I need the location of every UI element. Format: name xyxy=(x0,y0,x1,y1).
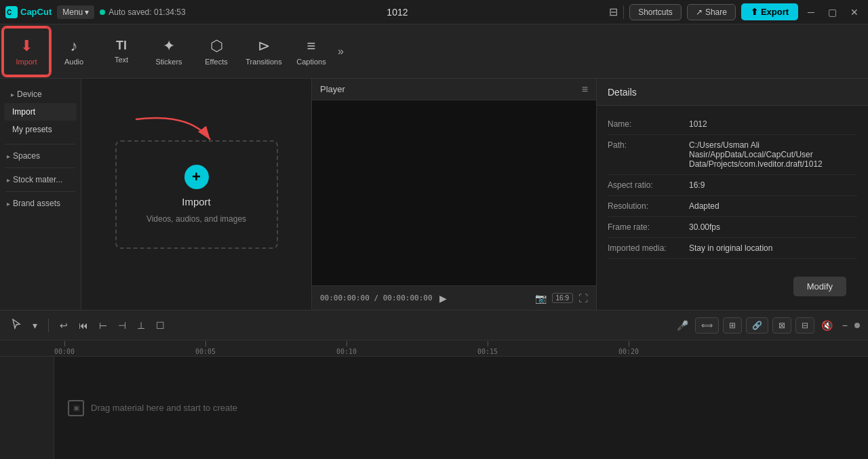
app-logo: C CapCut xyxy=(5,6,52,18)
tl-mute-button[interactable]: 🔇 xyxy=(818,317,835,334)
topbar-right-actions: ⊟ Shortcuts ↗ Share ⬆ Export ─ ▢ ✕ xyxy=(609,3,863,20)
select-dropdown-button[interactable]: ▾ xyxy=(30,317,40,334)
maximize-button[interactable]: ▢ xyxy=(824,5,841,19)
import-label: Import xyxy=(182,196,211,207)
menu-button[interactable]: Menu ▾ xyxy=(57,5,94,19)
stickers-icon: ✦ xyxy=(163,37,175,55)
play-button[interactable]: ▶ xyxy=(439,293,447,304)
share-icon: ↗ xyxy=(696,7,703,17)
tl-minus-button[interactable]: − xyxy=(840,317,850,334)
split-button[interactable]: ⊥ xyxy=(134,317,148,334)
sidebar-sub-import[interactable]: Import xyxy=(4,103,77,121)
toolbar-item-captions[interactable]: ≡ Captions xyxy=(288,27,335,76)
project-title: 1012 xyxy=(191,7,604,18)
toolbar-item-stickers[interactable]: ✦ Stickers xyxy=(145,27,193,76)
sidebar-item-device[interactable]: ▸ Device xyxy=(4,85,77,103)
toolbar-more-button[interactable]: » xyxy=(335,43,347,60)
media-area: + Import Videos, audios, and images xyxy=(81,79,311,310)
delete-button[interactable]: ☐ xyxy=(153,317,167,334)
topbar: C CapCut Menu ▾ Auto saved: 01:34:53 101… xyxy=(0,0,868,24)
detail-row-aspect: Aspect ratio: 16:9 xyxy=(608,175,857,196)
details-panel: Details Name: 1012 Path: C:/Users/Usman … xyxy=(597,79,868,310)
sidebar-item-spaces[interactable]: ▸ Spaces xyxy=(0,147,81,165)
toolbar-item-transitions[interactable]: ⊳ Transitions xyxy=(240,27,288,76)
arrow-indicator xyxy=(136,113,217,153)
detail-row-name: Name: 1012 xyxy=(608,114,857,135)
player-menu-icon[interactable]: ≡ xyxy=(582,83,588,96)
minimize-button[interactable]: ─ xyxy=(804,5,818,19)
divider-1 xyxy=(5,144,75,144)
import-drop-zone[interactable]: + Import Videos, audios, and images xyxy=(115,140,278,249)
toolbar-item-audio[interactable]: ♪ Audio xyxy=(50,27,98,76)
details-footer: Modify xyxy=(597,263,868,310)
track-labels xyxy=(0,357,54,459)
player-controls: 00:00:00:00 / 00:00:00:00 ▶ 📷 16:9 ⛶ xyxy=(312,285,596,310)
chevron-icon-spaces: ▸ xyxy=(7,153,10,160)
fullscreen-icon[interactable]: ⛶ xyxy=(578,293,588,304)
autosave-indicator: Auto saved: 01:34:53 xyxy=(100,7,185,17)
select-tool-button[interactable] xyxy=(8,316,24,334)
tl-tool-2[interactable]: ⊞ xyxy=(723,317,742,334)
tl-zoom-dot[interactable] xyxy=(854,323,860,328)
main-area: ▸ Device Import My presets ▸ Spaces ▸ St… xyxy=(0,79,868,310)
shortcuts-button[interactable]: Shortcuts xyxy=(629,4,682,20)
export-button[interactable]: ⬆ Export xyxy=(741,3,798,20)
player-viewport xyxy=(312,100,596,285)
details-content: Name: 1012 Path: C:/Users/Usman Ali Nasi… xyxy=(597,106,868,263)
export-icon: ⬆ xyxy=(751,7,758,17)
drag-hint: ▣ Drag material here and start to create xyxy=(68,400,237,416)
toolbar-item-import[interactable]: ⬇ Import xyxy=(3,27,50,76)
timeline-section: ▾ ↩ ⏮ ⊢ ⊣ ⊥ ☐ 🎤 ⟺ ⊞ 🔗 ⊠ ⊟ 🔇 − 00:00 00:0… xyxy=(0,310,868,459)
import-sublabel: Videos, audios, and images xyxy=(146,214,246,224)
import-icon: ⬇ xyxy=(20,37,33,55)
detail-row-framerate: Frame rate: 30.00fps xyxy=(608,217,857,238)
player-title: Player xyxy=(320,84,345,94)
prev-frame-button[interactable]: ⏮ xyxy=(76,317,91,334)
chevron-icon-brand: ▸ xyxy=(7,200,10,207)
divider-2 xyxy=(5,167,75,168)
left-sidebar: ▸ Device Import My presets ▸ Spaces ▸ St… xyxy=(0,79,81,310)
ruler-tick-0: 00:00 xyxy=(54,341,75,355)
player-panel: Player ≡ 00:00:00:00 / 00:00:00:00 ▶ 📷 1… xyxy=(312,79,597,310)
divider xyxy=(623,5,624,19)
player-timecode: 00:00:00:00 / 00:00:00:00 xyxy=(320,294,433,302)
tl-tool-4[interactable]: ⊠ xyxy=(772,317,791,334)
sidebar-sub-my-presets[interactable]: My presets xyxy=(4,121,77,138)
audio-icon: ♪ xyxy=(71,37,78,55)
cursor-icon xyxy=(11,319,22,330)
track-area: ▣ Drag material here and start to create xyxy=(0,357,868,459)
screen-layout-icon[interactable]: ⊟ xyxy=(609,5,618,18)
timeline-tracks: ▣ Drag material here and start to create xyxy=(0,357,868,459)
import-plus-icon: + xyxy=(184,165,209,189)
ruler-tick-2: 00:10 xyxy=(336,341,357,355)
ruler-tick-1: 00:05 xyxy=(195,341,216,355)
split-left-button[interactable]: ⊢ xyxy=(96,317,110,334)
sidebar-item-brand[interactable]: ▸ Brand assets xyxy=(0,195,81,212)
modify-button[interactable]: Modify xyxy=(793,277,846,296)
toolbar-item-effects[interactable]: ⬡ Effects xyxy=(193,27,240,76)
split-right-button[interactable]: ⊣ xyxy=(115,317,129,334)
drag-icon: ▣ xyxy=(68,400,84,416)
player-right-controls: 📷 16:9 ⛶ xyxy=(535,293,588,304)
player-header: Player ≡ xyxy=(312,79,596,100)
screenshot-icon[interactable]: 📷 xyxy=(535,293,547,304)
toolbar-item-text[interactable]: TI Text xyxy=(98,27,145,76)
share-button[interactable]: ↗ Share xyxy=(687,4,736,20)
undo-button[interactable]: ↩ xyxy=(57,317,71,334)
tl-tool-5[interactable]: ⊟ xyxy=(795,317,814,334)
timeline-ruler: 00:00 00:05 00:10 00:15 00:20 xyxy=(0,340,868,357)
drag-hint-text: Drag material here and start to create xyxy=(91,403,237,413)
tl-tool-3[interactable]: 🔗 xyxy=(746,317,768,334)
sidebar-section-device: ▸ Device Import My presets xyxy=(0,83,81,141)
tl-tool-1[interactable]: ⟺ xyxy=(695,317,719,334)
effects-icon: ⬡ xyxy=(210,37,223,55)
mic-button[interactable]: 🎤 xyxy=(674,317,691,334)
transitions-icon: ⊳ xyxy=(258,37,270,55)
tl-divider-1 xyxy=(48,319,49,332)
close-button[interactable]: ✕ xyxy=(846,5,863,19)
ruler-tick-3: 00:15 xyxy=(477,341,498,355)
text-icon: TI xyxy=(116,39,127,53)
sidebar-item-stock[interactable]: ▸ Stock mater... xyxy=(0,171,81,188)
details-header: Details xyxy=(597,79,868,106)
svg-text:C: C xyxy=(7,9,12,16)
